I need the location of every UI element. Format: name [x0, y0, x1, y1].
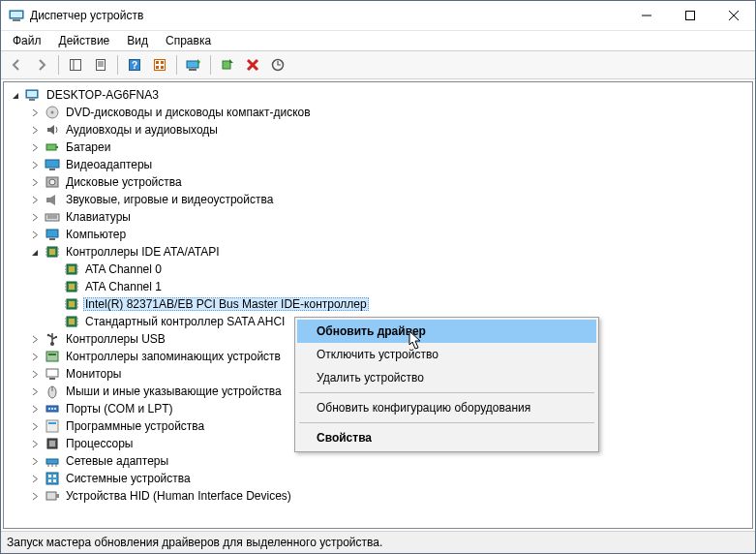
ctx-separator: [299, 422, 594, 423]
tree-expander-closed[interactable]: [29, 385, 41, 397]
svg-rect-7: [71, 60, 81, 71]
tree-row[interactable]: Клавиатуры: [4, 208, 752, 226]
tree-expander-closed[interactable]: [29, 368, 41, 380]
tree-item-label: DVD-дисководы и дисководы компакт-дисков: [64, 106, 313, 119]
ctx-update-driver[interactable]: Обновить драйвер: [297, 320, 596, 343]
toolbar-forward-button[interactable]: [30, 53, 53, 77]
tree-row[interactable]: Дисковые устройства: [4, 173, 752, 191]
menu-help[interactable]: Справка: [158, 32, 219, 49]
svg-rect-31: [46, 144, 56, 150]
tree-expander-closed[interactable]: [29, 403, 41, 415]
tree-item-label: Контроллеры USB: [64, 332, 167, 346]
tree-expander-closed[interactable]: [29, 490, 41, 502]
minimize-button[interactable]: [624, 2, 668, 30]
svg-rect-60: [69, 284, 75, 290]
svg-rect-97: [46, 420, 58, 432]
ctx-disable-device[interactable]: Отключить устройство: [297, 343, 596, 366]
tree-item-label: Мониторы: [64, 367, 123, 381]
svg-point-94: [48, 408, 50, 410]
status-bar: Запуск мастера обновления драйверов для …: [1, 531, 755, 553]
toolbar-enable-device-button[interactable]: [216, 53, 239, 77]
tree-expander-closed[interactable]: [29, 211, 41, 223]
tree-row[interactable]: DESKTOP-AG6FNA3: [4, 86, 752, 104]
svg-rect-88: [48, 354, 56, 355]
tree-row[interactable]: DVD-дисководы и дисководы компакт-дисков: [4, 104, 752, 121]
tree-expander-closed[interactable]: [29, 455, 41, 467]
toolbar-show-hide-tree-button[interactable]: [64, 53, 87, 77]
hdd-icon: [45, 174, 60, 190]
svg-rect-87: [46, 352, 58, 361]
menu-action[interactable]: Действие: [51, 32, 118, 49]
toolbar-uninstall-device-button[interactable]: [241, 53, 264, 77]
window-title: Диспетчер устройств: [30, 9, 143, 22]
tree-expander-closed[interactable]: [29, 229, 41, 240]
ctx-separator: [299, 392, 594, 393]
sound-icon: [45, 192, 60, 207]
tree-expander-closed[interactable]: [29, 438, 41, 449]
tree-expander-closed[interactable]: [29, 194, 41, 205]
ctx-properties[interactable]: Свойства: [297, 426, 596, 449]
tree-row[interactable]: ATA Channel 0: [4, 261, 752, 278]
tree-item-label: Intel(R) 82371AB/EB PCI Bus Master IDE-к…: [83, 297, 369, 311]
svg-rect-111: [56, 494, 59, 498]
tree-item-label: Мыши и иные указывающие устройства: [64, 385, 284, 398]
svg-rect-21: [189, 69, 197, 71]
tree-expander-closed[interactable]: [29, 176, 41, 188]
tree-expander-closed[interactable]: [29, 473, 41, 484]
tree-row[interactable]: ATA Channel 1: [4, 278, 752, 295]
chip-icon: [64, 262, 79, 277]
tree-row[interactable]: Компьютер: [4, 226, 752, 243]
tree-item-label: Процессоры: [64, 437, 136, 450]
tree-expander-closed[interactable]: [29, 141, 41, 153]
hid-icon: [45, 488, 60, 504]
storage-icon: [45, 349, 60, 364]
tree-item-label: Контроллеры IDE ATA/ATAPI: [64, 245, 222, 259]
maximize-button[interactable]: [668, 2, 711, 30]
tree-row[interactable]: Батареи: [4, 138, 752, 156]
svg-rect-19: [161, 66, 164, 69]
tree-row[interactable]: Контроллеры IDE ATA/ATAPI: [4, 243, 752, 261]
toolbar-sep: [117, 55, 118, 75]
tree-item-label: ATA Channel 1: [83, 280, 164, 293]
tree-row[interactable]: Системные устройства: [4, 470, 752, 487]
toolbar-help-button[interactable]: ?: [123, 53, 146, 77]
tree-row[interactable]: Сетевые адаптеры: [4, 452, 752, 470]
svg-rect-20: [187, 61, 198, 68]
toolbar-action-button[interactable]: [148, 53, 171, 77]
tree-expander-closed[interactable]: [29, 124, 41, 136]
toolbar-back-button[interactable]: [5, 53, 28, 77]
toolbar-scan-hardware-button[interactable]: [266, 53, 289, 77]
svg-rect-42: [49, 238, 55, 240]
tree-expander-closed[interactable]: [29, 333, 41, 345]
svg-rect-86: [55, 336, 57, 338]
tree-row[interactable]: Intel(R) 82371AB/EB PCI Bus Master IDE-к…: [4, 295, 752, 313]
tree-row[interactable]: Звуковые, игровые и видеоустройства: [4, 191, 752, 208]
software-icon: [45, 418, 60, 434]
svg-rect-68: [69, 301, 75, 307]
tree-row[interactable]: Аудиовходы и аудиовыходы: [4, 121, 752, 138]
network-icon: [45, 453, 60, 469]
tree-row[interactable]: Устройства HID (Human Interface Devices): [4, 487, 752, 505]
toolbar-update-driver-button[interactable]: [182, 53, 205, 77]
ctx-uninstall-device[interactable]: Удалить устройство: [297, 366, 596, 389]
toolbar-sep: [176, 55, 177, 75]
toolbar-properties-button[interactable]: [89, 53, 112, 77]
svg-rect-52: [69, 266, 75, 272]
tree-expander-closed[interactable]: [29, 420, 41, 432]
svg-rect-37: [46, 198, 50, 202]
menu-view[interactable]: Вид: [119, 32, 156, 49]
tree-expander-closed[interactable]: [29, 107, 41, 118]
tree-expander-open[interactable]: [10, 89, 21, 101]
tree-expander-open[interactable]: [29, 246, 41, 258]
tree-row[interactable]: Видеоадаптеры: [4, 156, 752, 173]
tree-expander-closed[interactable]: [29, 159, 41, 170]
svg-rect-101: [46, 459, 58, 464]
device-tree-pane[interactable]: DESKTOP-AG6FNA3DVD-дисководы и дисководы…: [3, 81, 753, 529]
chip-icon: [64, 296, 79, 312]
close-button[interactable]: [711, 2, 755, 30]
keyboard-icon: [45, 209, 60, 225]
tree-expander-closed[interactable]: [29, 351, 41, 362]
menu-file[interactable]: Файл: [5, 32, 49, 49]
usb-icon: [45, 331, 60, 347]
ctx-scan-hardware[interactable]: Обновить конфигурацию оборудования: [297, 396, 596, 419]
